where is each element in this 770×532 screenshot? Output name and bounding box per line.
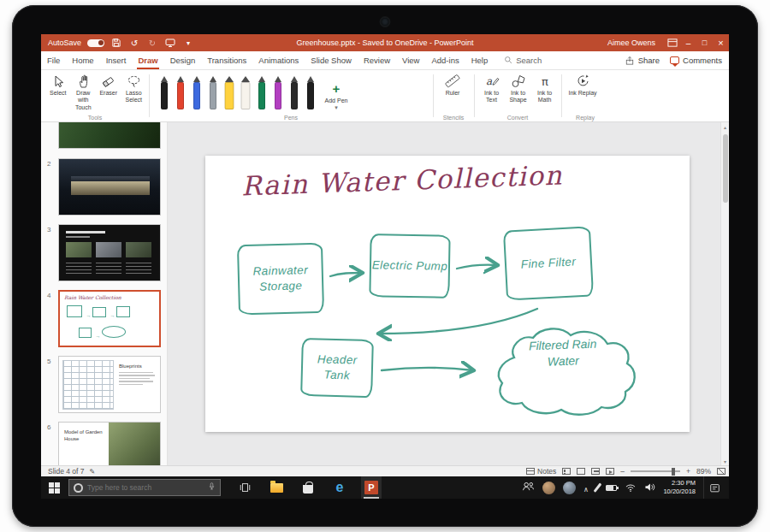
tab-draw[interactable]: Draw [132, 51, 163, 69]
pens-group: Add Pen Pens [151, 70, 431, 121]
pen-red[interactable] [175, 76, 186, 111]
save-icon[interactable] [110, 37, 122, 49]
pen-green[interactable] [257, 76, 267, 111]
hidden-icons-chevron-icon[interactable] [583, 480, 589, 495]
tab-add-ins[interactable]: Add-ins [425, 51, 465, 69]
normal-view-icon[interactable] [562, 468, 571, 475]
scrollbar-thumb[interactable] [723, 134, 728, 203]
slide-thumbnail-5[interactable]: Blueprints [58, 356, 161, 413]
slide-sorter-view-icon[interactable] [577, 468, 585, 475]
close-button[interactable] [713, 34, 729, 51]
pen-galaxy[interactable] [305, 76, 316, 111]
tab-view[interactable]: View [396, 51, 425, 69]
ribbon-display-options-icon[interactable] [664, 34, 680, 51]
scroll-up-arrow-icon[interactable] [721, 122, 729, 131]
volume-icon[interactable] [644, 480, 655, 495]
ink-replay-label: Ink Replay [568, 90, 596, 97]
tab-file[interactable]: File [41, 51, 66, 69]
ink-replay-button[interactable]: Ink Replay [566, 73, 599, 97]
tab-insert[interactable]: Insert [100, 51, 133, 69]
battery-icon[interactable] [606, 485, 617, 491]
ink-to-shape-button[interactable]: Ink to Shape [506, 73, 530, 104]
contact-avatar[interactable] [563, 482, 576, 494]
fit-slide-to-window-icon[interactable] [717, 468, 726, 475]
diagram-node-electric-pump[interactable]: Electric Pump [369, 233, 450, 299]
people-icon[interactable] [522, 480, 535, 495]
zoom-in-button[interactable] [686, 467, 690, 476]
group-separator [474, 74, 475, 117]
microphone-icon[interactable] [208, 480, 216, 495]
clock[interactable]: 2:30 PM 10/20/2018 [663, 479, 696, 496]
diagram-node-rainwater-storage[interactable]: Rainwater Storage [237, 243, 324, 316]
customize-toolbar-caret-icon[interactable] [182, 37, 194, 49]
ink-to-math-button[interactable]: π Ink to Math [532, 73, 557, 104]
slide-editor-area[interactable]: Rain Water Collection Rainwa [168, 122, 720, 465]
slide-thumbnail-4-selected[interactable]: Rain Water Collection → → → [58, 290, 161, 347]
share-button[interactable]: Share [625, 56, 660, 66]
taskbar-search-box[interactable] [68, 479, 221, 496]
eraser-button[interactable]: Eraser [97, 73, 121, 111]
add-pen-button[interactable]: Add Pen [322, 80, 351, 111]
microsoft-store-button[interactable] [298, 476, 318, 499]
zoom-slider-thumb[interactable] [672, 468, 675, 476]
tab-help[interactable]: Help [465, 51, 495, 69]
pen-blue[interactable] [192, 76, 202, 111]
highlighter-yellow[interactable] [224, 76, 234, 111]
edge-browser-button[interactable] [329, 476, 350, 499]
undo-icon[interactable] [128, 37, 140, 49]
pen-purple[interactable] [273, 76, 283, 111]
highlighter-white[interactable] [240, 76, 251, 111]
slide-thumbnail-1[interactable] [58, 122, 161, 149]
action-center-button[interactable] [703, 476, 726, 499]
tab-home[interactable]: Home [66, 51, 99, 69]
maximize-button[interactable] [696, 34, 713, 51]
minimize-button[interactable] [680, 34, 696, 51]
comments-button[interactable]: Comments [670, 56, 722, 65]
powerpoint-taskbar-button[interactable] [361, 476, 382, 499]
tab-design[interactable]: Design [164, 51, 202, 69]
notes-button[interactable]: Notes [526, 467, 556, 476]
contact-avatar[interactable] [542, 482, 555, 494]
wifi-icon[interactable] [625, 480, 637, 495]
ink-to-text-button[interactable]: a Ink to Text [479, 73, 504, 104]
scroll-down-arrow-icon[interactable] [721, 457, 729, 465]
draw-with-touch-button[interactable]: Draw with Touch [72, 73, 96, 111]
svg-text:π: π [542, 75, 548, 88]
lasso-select-button[interactable]: Lasso Select [122, 73, 146, 111]
vertical-scrollbar[interactable] [720, 122, 729, 465]
present-icon[interactable] [164, 37, 176, 49]
redo-icon[interactable] [146, 37, 158, 49]
diagram-node-filtered-rain-water[interactable]: Filtered Rain Water [514, 335, 611, 371]
autosave-toggle[interactable] [87, 39, 104, 47]
tell-me-search[interactable]: Search [504, 56, 542, 66]
ruler-button[interactable]: Ruler [438, 73, 467, 97]
diagram-node-fine-filter[interactable]: Fine Filter [503, 226, 594, 300]
file-explorer-button[interactable] [266, 476, 287, 499]
tab-review[interactable]: Review [358, 51, 396, 69]
zoom-out-button[interactable] [620, 467, 625, 476]
user-name[interactable]: Aimee Owens [607, 38, 655, 47]
diagram-node-header-tank[interactable]: Header Tank [300, 338, 374, 398]
tab-slide-show[interactable]: Slide Show [305, 51, 358, 69]
slide-thumbnail-2[interactable] [58, 158, 161, 216]
reading-view-icon[interactable] [591, 468, 600, 475]
taskbar-search-input[interactable] [87, 483, 204, 492]
surface-pen-icon[interactable] [594, 483, 601, 493]
slide-canvas[interactable]: Rain Water Collection Rainwa [205, 156, 690, 432]
convert-group-label: Convert [476, 115, 560, 121]
tab-animations[interactable]: Animations [252, 51, 305, 69]
start-button[interactable] [41, 476, 67, 499]
pencil-graphite[interactable] [289, 76, 299, 111]
pen-black[interactable] [159, 76, 169, 111]
tab-transitions[interactable]: Transitions [201, 51, 252, 69]
decoration [71, 176, 150, 181]
zoom-slider[interactable] [631, 470, 680, 472]
select-tool-button[interactable]: Select [46, 73, 70, 111]
tablet-frame: AutoSave Greenhouse.pptx - Saved to OneD… [12, 5, 758, 527]
slideshow-view-icon[interactable] [606, 468, 614, 475]
zoom-percentage[interactable]: 89% [696, 467, 711, 476]
task-view-button[interactable] [234, 476, 255, 499]
slide-thumbnail-3[interactable] [58, 224, 161, 281]
pen-silver[interactable] [208, 76, 218, 111]
slide-thumbnail-6[interactable]: Model of Garden House [58, 422, 161, 465]
